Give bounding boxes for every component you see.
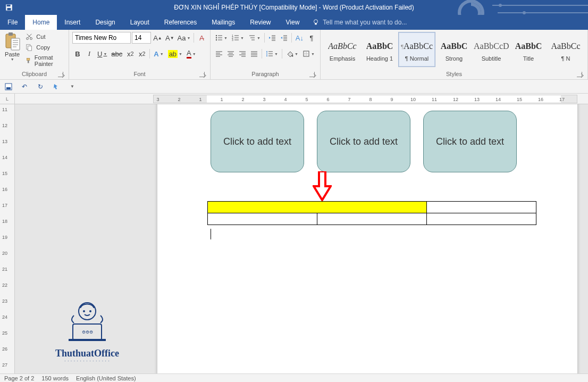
align-left-icon	[215, 50, 223, 57]
qat-save[interactable]	[3, 81, 14, 92]
vruler-tick: 15	[2, 171, 7, 176]
vruler-tick: 13	[2, 139, 7, 144]
ruler-tick: 6	[326, 97, 329, 102]
justify-icon	[250, 50, 258, 57]
cut-button[interactable]: Cut	[23, 32, 65, 41]
page[interactable]: Click to add text Click to add text Clic…	[157, 104, 577, 373]
tab-view[interactable]: View	[279, 15, 307, 30]
vertical-ruler[interactable]: 111213141516171819202122232425262728	[0, 104, 15, 373]
table-cell-r2c2[interactable]	[317, 213, 427, 225]
font-color-button[interactable]: A▼	[185, 48, 198, 60]
ruler-tick: 13	[474, 97, 480, 102]
ribbon-tabs: File Home Insert Design Layout Reference…	[0, 15, 588, 30]
align-center-button[interactable]	[225, 48, 236, 60]
tab-layout[interactable]: Layout	[123, 15, 157, 30]
svg-rect-10	[9, 32, 13, 36]
decrease-indent-button[interactable]	[267, 32, 278, 44]
change-case-button[interactable]: Aa▼	[177, 32, 191, 44]
tab-references[interactable]: References	[157, 15, 204, 30]
highlight-button[interactable]: ab▼	[166, 48, 184, 60]
borders-button[interactable]: ▼	[301, 48, 316, 60]
tell-me[interactable]: Tell me what you want to do...	[312, 15, 407, 30]
font-launcher[interactable]	[199, 72, 205, 77]
bullets-button[interactable]: ▼	[214, 32, 229, 44]
format-painter-button[interactable]: Format Painter	[23, 53, 65, 68]
ruler-corner: L	[0, 94, 15, 104]
italic-button[interactable]: I	[84, 48, 95, 60]
multilevel-icon	[248, 34, 256, 41]
tab-design[interactable]: Design	[88, 15, 122, 30]
text-effects-button[interactable]: A▼	[152, 48, 165, 60]
style-subtitle[interactable]: AaBbCcDSubtitle	[473, 32, 510, 67]
svg-rect-16	[27, 58, 30, 60]
show-marks-button[interactable]: ¶	[306, 32, 317, 44]
paste-button[interactable]: Paste ▼	[3, 32, 21, 70]
style-strong[interactable]: AaBbCStrong	[435, 32, 473, 67]
strike-button[interactable]: abc	[110, 48, 124, 60]
qat-redo[interactable]: ↻	[35, 81, 46, 92]
tab-file[interactable]: File	[0, 15, 25, 30]
style-emphasis[interactable]: AaBbCcEmphasis	[324, 32, 361, 67]
sort-button[interactable]: A↓	[294, 32, 305, 44]
ruler-tick: 3	[156, 97, 159, 102]
style-normal[interactable]: AaBbCc¶ Normal	[398, 32, 435, 67]
grow-font-button[interactable]: A▲	[152, 32, 163, 44]
font-size-input[interactable]	[132, 32, 151, 44]
vruler-tick: 12	[2, 123, 7, 128]
align-left-button[interactable]	[214, 48, 224, 60]
style-nospacing[interactable]: AaBbCc¶ N	[547, 32, 584, 67]
qat-undo[interactable]: ↶	[19, 81, 30, 92]
tab-review[interactable]: Review	[242, 15, 278, 30]
superscript-button[interactable]: x2	[137, 48, 147, 60]
smartart-box-2[interactable]: Click to add text	[317, 111, 410, 172]
status-words[interactable]: 150 words	[41, 375, 69, 381]
font-name-input[interactable]	[72, 32, 131, 44]
ribbon: Paste ▼ Cut Copy Format Painter Clipboar…	[0, 30, 588, 80]
subscript-button[interactable]: x2	[125, 48, 136, 60]
table-cell-r2c1[interactable]	[208, 213, 317, 225]
copy-button[interactable]: Copy	[23, 43, 65, 52]
multilevel-button[interactable]: ▼	[247, 32, 262, 44]
underline-button[interactable]: U▼	[96, 48, 108, 60]
clipboard-launcher[interactable]	[58, 72, 63, 77]
smartart-box-1[interactable]: Click to add text	[211, 111, 304, 172]
tab-insert[interactable]: Insert	[57, 15, 88, 30]
ruler-tick: 2	[178, 97, 180, 102]
increase-indent-button[interactable]	[279, 32, 289, 44]
table[interactable]	[207, 201, 536, 225]
status-page[interactable]: Page 2 of 2	[4, 375, 34, 381]
line-spacing-button[interactable]: ▼	[264, 48, 280, 60]
smartart-box-3[interactable]: Click to add text	[423, 111, 517, 172]
styles-launcher[interactable]	[577, 72, 582, 77]
ruler-tick: 16	[538, 97, 543, 102]
group-font: A▲ A▼ Aa▼ A̶ B I U▼ abc x2 x2 A▼ ab▼ A▼ …	[69, 30, 211, 79]
table-cell-r1c3[interactable]	[427, 202, 536, 213]
group-styles: AaBbCcEmphasis AaBbCHeading 1 AaBbCc¶ No…	[321, 30, 588, 79]
save-icon[interactable]	[3, 2, 15, 13]
paragraph-launcher[interactable]	[309, 72, 315, 77]
numbering-button[interactable]: 123▼	[230, 32, 246, 44]
tab-home[interactable]: Home	[25, 15, 57, 30]
styles-gallery[interactable]: AaBbCcEmphasis AaBbCHeading 1 AaBbCc¶ No…	[324, 32, 584, 67]
bold-button[interactable]: B	[72, 48, 83, 60]
spacing-icon	[266, 50, 273, 57]
outdent-icon	[268, 34, 276, 41]
qat-touch[interactable]	[51, 81, 62, 92]
style-heading1[interactable]: AaBbCHeading 1	[361, 32, 398, 67]
vruler-tick: 26	[2, 346, 7, 352]
qat-more[interactable]: ▼	[67, 81, 78, 92]
clear-format-button[interactable]: A̶	[196, 32, 207, 44]
arrow-annotation	[313, 171, 332, 201]
table-cell-r2c3[interactable]	[427, 213, 536, 225]
shrink-font-button[interactable]: A▼	[164, 32, 175, 44]
align-right-button[interactable]	[237, 48, 248, 60]
justify-button[interactable]	[249, 48, 259, 60]
ruler-tick: 1	[220, 97, 223, 102]
shading-button[interactable]: ▼	[284, 48, 300, 60]
tab-mailings[interactable]: Mailings	[204, 15, 242, 30]
svg-point-5	[499, 4, 502, 7]
style-title[interactable]: AaBbCTitle	[510, 32, 547, 67]
horizontal-ruler[interactable]: 3211234567891011121314151617	[15, 94, 588, 104]
status-lang[interactable]: English (United States)	[76, 375, 136, 381]
table-cell-r1c1[interactable]	[208, 202, 427, 213]
